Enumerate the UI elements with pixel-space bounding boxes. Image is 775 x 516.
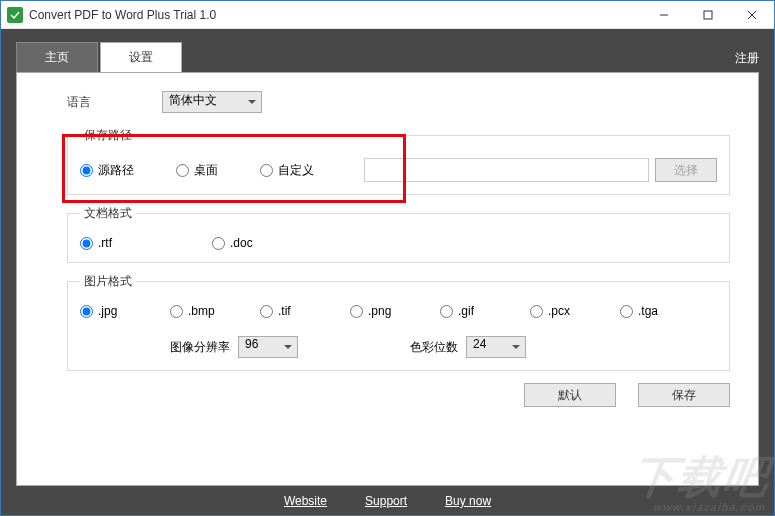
docformat-group: 文档格式 .rtf .doc xyxy=(67,205,730,263)
imgformat-legend: 图片格式 xyxy=(80,273,136,290)
imgformat-radio-png[interactable]: .png xyxy=(350,304,440,318)
savepath-radio-desktop[interactable]: 桌面 xyxy=(176,162,218,179)
docformat-legend: 文档格式 xyxy=(80,205,136,222)
tabs-row: 主页 设置 注册 xyxy=(16,44,759,72)
colordepth-label: 色彩位数 xyxy=(410,339,458,356)
svg-rect-1 xyxy=(704,11,712,19)
language-dropdown[interactable]: 简体中文 xyxy=(162,91,262,113)
imgformat-radio-gif[interactable]: .gif xyxy=(440,304,530,318)
imgformat-radio-tif[interactable]: .tif xyxy=(260,304,350,318)
savepath-group: 保存路径 源路径 桌面 自定义 选择 xyxy=(67,127,730,195)
maximize-button[interactable] xyxy=(686,1,730,29)
resolution-dropdown[interactable]: 96 xyxy=(238,336,298,358)
savepath-radio-custom[interactable]: 自定义 xyxy=(260,162,314,179)
footer-website-link[interactable]: Website xyxy=(284,494,327,508)
titlebar: Convert PDF to Word Plus Trial 1.0 xyxy=(1,1,774,29)
imgformat-radio-pcx[interactable]: .pcx xyxy=(530,304,620,318)
savepath-legend: 保存路径 xyxy=(80,127,136,144)
language-label: 语言 xyxy=(67,94,162,111)
footer: Website Support Buy now xyxy=(1,487,774,515)
imgformat-group: 图片格式 .jpg .bmp .tif .png .gif .pcx .tga … xyxy=(67,273,730,371)
docformat-radio-rtf[interactable]: .rtf xyxy=(80,236,170,250)
bottom-buttons: 默认 保存 xyxy=(67,383,730,407)
language-value: 简体中文 xyxy=(162,91,262,113)
register-link[interactable]: 注册 xyxy=(735,50,759,67)
imgformat-radio-tga[interactable]: .tga xyxy=(620,304,710,318)
window-title: Convert PDF to Word Plus Trial 1.0 xyxy=(29,8,642,22)
tab-settings[interactable]: 设置 xyxy=(100,42,182,72)
app-window: Convert PDF to Word Plus Trial 1.0 主页 设置… xyxy=(0,0,775,516)
tab-home[interactable]: 主页 xyxy=(16,42,98,72)
settings-panel: 语言 简体中文 保存路径 源路径 桌面 自定义 选择 文档格式 xyxy=(16,72,759,486)
footer-support-link[interactable]: Support xyxy=(365,494,407,508)
content-area: 主页 设置 注册 语言 简体中文 保存路径 源路径 桌面 自定义 选择 xyxy=(1,29,774,515)
save-button[interactable]: 保存 xyxy=(638,383,730,407)
colordepth-dropdown[interactable]: 24 xyxy=(466,336,526,358)
close-button[interactable] xyxy=(730,1,774,29)
savepath-radio-src[interactable]: 源路径 xyxy=(80,162,134,179)
minimize-button[interactable] xyxy=(642,1,686,29)
app-icon xyxy=(7,7,23,23)
resolution-label: 图像分辨率 xyxy=(170,339,230,356)
default-button[interactable]: 默认 xyxy=(524,383,616,407)
docformat-radio-doc[interactable]: .doc xyxy=(212,236,253,250)
language-row: 语言 简体中文 xyxy=(67,91,730,113)
imgformat-radio-jpg[interactable]: .jpg xyxy=(80,304,170,318)
browse-button[interactable]: 选择 xyxy=(655,158,717,182)
imgformat-radio-bmp[interactable]: .bmp xyxy=(170,304,260,318)
footer-buy-link[interactable]: Buy now xyxy=(445,494,491,508)
savepath-input[interactable] xyxy=(364,158,649,182)
